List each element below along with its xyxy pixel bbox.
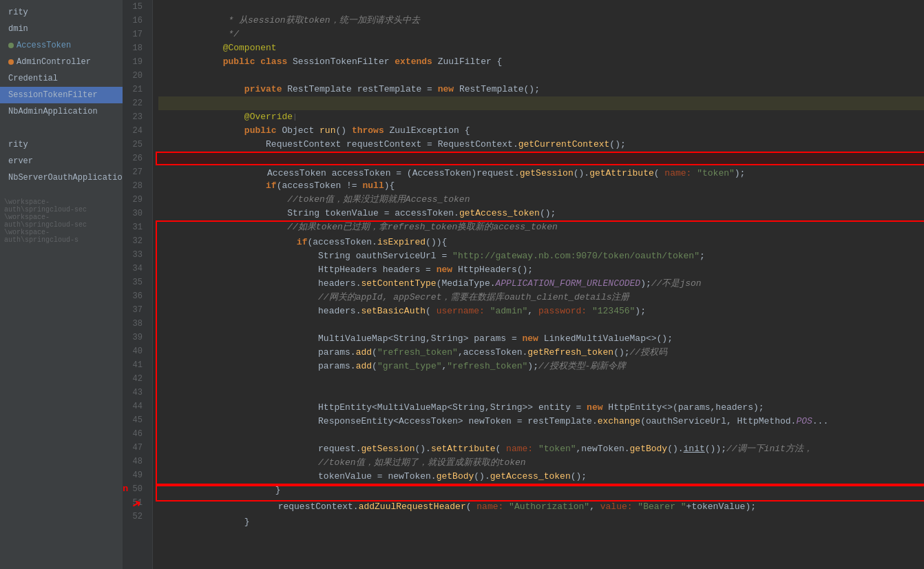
line-num: 26 xyxy=(128,152,147,165)
line-num: 34 xyxy=(128,262,147,276)
line-num: 20 xyxy=(128,69,147,83)
code-line-28: //token值，如果没过期就用Access_token xyxy=(158,179,924,193)
sidebar-item-dmin[interactable]: dmin xyxy=(0,21,123,37)
line-num: 43 xyxy=(128,386,147,400)
sidebar-item-server[interactable]: erver xyxy=(0,153,123,169)
line-num: 24 xyxy=(128,124,147,138)
code-line-38: MultiValueMap<String,String> params = ne… xyxy=(157,318,924,332)
code-line-24: RequestContext requestContext = RequestC… xyxy=(158,124,924,138)
code-line-47: //token值，如果过期了，就设置成新获取的token xyxy=(157,442,924,456)
code-line-18: public class SessionTokenFilter extends … xyxy=(158,41,924,55)
code-line-17: @Component xyxy=(158,28,924,41)
sidebar-label: rity xyxy=(8,138,28,152)
code-line-34: headers.setContentType(MediaType.APPLICA… xyxy=(157,263,924,277)
code-line-33: HttpHeaders headers = new HttpHeaders(); xyxy=(157,249,924,263)
code-line-39: params.add("refresh_token",accessToken.g… xyxy=(157,332,924,346)
code-line-51: } xyxy=(158,501,924,515)
line-num: 39 xyxy=(128,331,147,344)
line-num: 17 xyxy=(128,28,147,41)
code-line-16: */ xyxy=(158,14,924,28)
red-box-main: if(accessToken.isExpired()){ String oaut… xyxy=(156,220,924,485)
sidebar-item-session-token-filter[interactable]: SessionTokenFilter xyxy=(0,87,123,103)
sidebar-item-nb-admin-application[interactable]: NbAdminApplication xyxy=(0,103,123,120)
line-num: 15 xyxy=(128,0,147,14)
code-area: 15 16 17 18 19 20 21 22 23 24 25 26 27 2… xyxy=(123,0,924,569)
line-num: 38 xyxy=(128,317,147,331)
sidebar-item-admin-controller[interactable]: AdminController xyxy=(0,54,123,70)
code-line-36: headers.setBasicAuth( username: "admin",… xyxy=(157,291,924,304)
code-editor[interactable]: 15 16 17 18 19 20 21 22 23 24 25 26 27 2… xyxy=(123,0,924,569)
code-line-21 xyxy=(158,83,924,96)
code-line-22: @Override| xyxy=(158,96,924,110)
line-num: 19 xyxy=(128,55,147,69)
sidebar-label: AdminController xyxy=(17,55,91,69)
code-line-26: AccessToken accessToken = (AccessToken)r… xyxy=(156,152,924,165)
path-list: \workspace-auth\springcloud-sec \workspa… xyxy=(0,196,123,247)
code-line-37 xyxy=(157,304,924,318)
line-num: 28 xyxy=(128,179,147,193)
code-line-43: HttpEntity<MultiValueMap<String,String>>… xyxy=(157,387,924,401)
line-num: 16 xyxy=(128,14,147,28)
code-line-46: request.getSession().setAttribute( name:… xyxy=(157,428,924,442)
sidebar-label: Credential xyxy=(8,72,58,85)
code-line-20: private RestTemplate restTemplate = new … xyxy=(158,69,924,83)
sidebar-item-rity[interactable]: rity xyxy=(0,4,123,21)
code-line-52 xyxy=(158,515,924,529)
code-line-42 xyxy=(157,373,924,387)
code-line-44: ResponseEntity<AccessToken> newToken = r… xyxy=(157,401,924,415)
line-num: 47 xyxy=(128,441,147,455)
line-num: 32 xyxy=(128,234,147,248)
line-num: 44 xyxy=(128,400,147,413)
sidebar-label: NbServerOauthApplication xyxy=(8,171,123,185)
code-line-30: //如果token已过期，拿refresh_token换取新的access_to… xyxy=(158,207,924,220)
code-line-27: if(accessToken != null){ xyxy=(158,165,924,179)
line-num: 25 xyxy=(128,138,147,152)
code-line-48: tokenValue = newToken.getBody().getAcces… xyxy=(157,456,924,470)
line-num: 22 xyxy=(128,96,147,110)
line-num: 35 xyxy=(128,276,147,289)
code-lines-container[interactable]: * 从session获取token，统一加到请求头中去 */ @Componen… xyxy=(153,0,924,569)
code-line-40: params.add("grant_type","refresh_token")… xyxy=(157,346,924,360)
code-line-25: HttpServletRequest request = requestCont… xyxy=(158,138,924,152)
path-item: \workspace-auth\springcloud-sec xyxy=(4,198,118,214)
green-dot-icon xyxy=(8,43,14,48)
line-num: 27 xyxy=(128,165,147,179)
line-num: 18 xyxy=(128,41,147,55)
line-num: 49 xyxy=(128,468,147,482)
sidebar-section-1: rity dmin AccessToken AdminController Cr… xyxy=(0,3,123,121)
code-line-29: String tokenValue = accessToken.getAcces… xyxy=(158,193,924,207)
sidebar-item-rity2[interactable]: rity xyxy=(0,136,123,153)
sidebar-item-access-token[interactable]: AccessToken xyxy=(0,37,123,54)
line-num: 31 xyxy=(128,220,147,234)
code-line-49: } xyxy=(157,470,924,484)
line-num: 21 xyxy=(128,83,147,96)
sidebar-label: erver xyxy=(8,154,33,168)
line-num: 37 xyxy=(128,303,147,317)
sidebar-label: AccessToken xyxy=(17,39,71,52)
line-num: 23 xyxy=(128,110,147,124)
code-line-15: * 从session获取token，统一加到请求头中去 xyxy=(158,0,924,14)
code-line-23: public Object run() throws ZuulException… xyxy=(158,110,924,124)
sidebar-item-nb-server[interactable]: NbServerOauthApplication xyxy=(0,169,123,186)
line-num: 48 xyxy=(128,455,147,468)
sidebar: rity dmin AccessToken AdminController Cr… xyxy=(0,0,123,569)
line-num: 36 xyxy=(128,289,147,303)
code-line-19 xyxy=(158,55,924,69)
orange-dot-icon xyxy=(8,59,14,65)
sidebar-section-2: rity erver NbServerOauthApplication xyxy=(0,135,123,187)
path-item: \workspace-auth\springcloud-sec xyxy=(4,214,118,229)
code-line-32: String oauthServiceUrl = "http://gateway… xyxy=(157,236,924,249)
code-line-45 xyxy=(157,415,924,428)
red-box-bottom: requestContext.addZuulRequestHeader( nam… xyxy=(156,485,924,501)
sidebar-label: SessionTokenFilter xyxy=(8,88,98,102)
sidebar-item-credential[interactable]: Credential xyxy=(0,70,123,87)
sidebar-label: NbAdminApplication xyxy=(8,105,98,118)
line-num: 42 xyxy=(128,372,147,386)
line-num: 46 xyxy=(128,427,147,441)
sidebar-label: dmin xyxy=(8,22,28,36)
code-line-41 xyxy=(157,360,924,373)
path-item: \workspace-auth\springcloud-s xyxy=(4,229,118,244)
sidebar-label: rity xyxy=(8,6,28,19)
code-line-35: //网关的appId, appSecret，需要在数据库oauth_client… xyxy=(157,277,924,291)
line-num: 40 xyxy=(128,344,147,358)
